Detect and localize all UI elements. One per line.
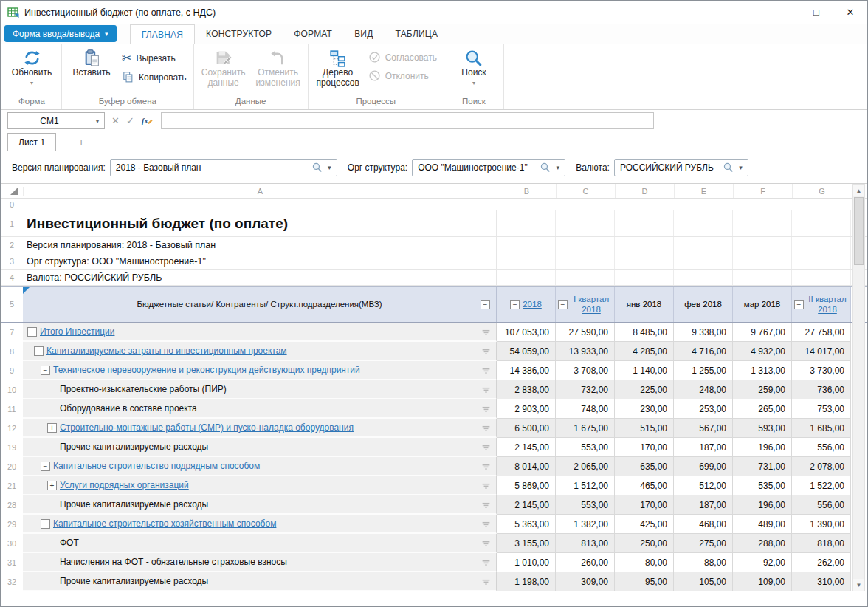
row-label-cell[interactable]: +Услуги подрядных организаций [23,476,497,495]
value-cell[interactable]: 732,00 [556,380,615,399]
value-cell[interactable]: 310,00 [792,572,851,591]
row-number[interactable]: 4 [1,270,23,285]
value-cell[interactable]: 2 838,00 [497,380,556,399]
value-cell[interactable]: 260,00 [556,553,615,572]
value-cell[interactable]: 1 685,00 [792,419,851,438]
value-cell[interactable]: 736,00 [792,380,851,399]
empty-cell[interactable] [497,253,556,269]
column-letter[interactable]: B [497,184,556,198]
vertical-scroll-thumb[interactable] [854,197,864,265]
value-cell[interactable]: 2 145,00 [497,495,556,515]
filter-icon[interactable] [481,501,491,512]
column-letter[interactable]: E [674,184,733,198]
value-cell[interactable]: 489,00 [733,515,792,534]
empty-cell[interactable] [733,210,792,236]
value-cell[interactable]: 8 014,00 [497,457,556,476]
minimize-button[interactable]: — [765,1,799,24]
value-cell[interactable]: 196,00 [733,495,792,515]
filter-icon[interactable] [481,539,491,551]
value-cell[interactable]: 635,00 [615,457,674,476]
value-cell[interactable]: 699,00 [674,457,733,476]
row-number[interactable]: 31 [1,553,23,572]
row-number[interactable]: 19 [1,438,23,457]
org-structure-combo[interactable]: ООО "Машиностроение-1"▾ [412,159,565,176]
value-cell[interactable]: 813,00 [556,534,615,553]
column-letter[interactable]: C [556,184,615,198]
filter-icon[interactable] [481,405,491,416]
value-cell[interactable]: 593,00 [733,419,792,438]
empty-cell[interactable] [733,237,792,253]
filter-icon[interactable] [481,481,491,493]
select-all-corner[interactable] [1,184,23,198]
value-cell[interactable]: 1 512,00 [556,476,615,495]
ribbon-tab[interactable]: КОНСТРУКТОР [195,24,283,44]
sheet-tab-list1[interactable]: Лист 1 [7,133,56,151]
cut-button[interactable]: ✂Вырезать [122,51,187,65]
row-number[interactable]: 32 [1,572,23,591]
row-number[interactable]: 8 [1,342,23,361]
value-cell[interactable]: 6 500,00 [497,419,556,438]
cancel-icon[interactable]: ✕ [111,115,120,126]
table-header-cell[interactable]: Бюджетные статьи/ Контрагенты/ Структ.по… [23,287,497,322]
period-link[interactable]: I квартал 2018 [571,294,612,315]
enter-icon[interactable]: ✓ [126,115,134,126]
empty-cell[interactable] [615,210,674,236]
value-cell[interactable]: 9 767,00 [733,323,792,342]
filter-icon[interactable] [481,424,491,436]
row-label-cell[interactable]: −Капитальное строительство подрядным спо… [23,457,497,476]
column-header-cell[interactable]: янв 2018 [615,287,674,322]
chevron-down-icon[interactable]: ▾ [551,164,565,171]
value-cell[interactable]: 553,00 [556,438,615,457]
refresh-button[interactable]: Обновить▾ [4,44,59,97]
collapse-toggle[interactable]: − [41,366,50,375]
filter-icon[interactable] [481,328,491,340]
value-cell[interactable]: 3 730,00 [792,361,851,380]
copy-button[interactable]: Копировать [122,71,187,83]
row-number[interactable]: 29 [1,515,23,534]
value-cell[interactable]: 4 285,00 [615,342,674,361]
empty-cell[interactable] [674,237,733,253]
period-link[interactable]: II квартал 2018 [807,294,848,315]
value-cell[interactable]: 556,00 [792,438,851,457]
vertical-scrollbar[interactable]: ▲ ▼ [852,184,865,591]
value-cell[interactable]: 5 869,00 [497,476,556,495]
column-letter[interactable]: F [733,184,792,198]
filter-icon[interactable] [481,558,491,570]
row-label-link[interactable]: Строительно-монтажные работы (СМР) и пус… [60,422,354,433]
empty-cell[interactable] [615,253,674,269]
value-cell[interactable]: 1 390,00 [792,515,851,534]
collapse-toggle[interactable]: − [41,462,50,471]
value-cell[interactable]: 95,00 [615,572,674,591]
empty-cell[interactable] [733,270,792,285]
value-cell[interactable]: 253,00 [674,399,733,419]
value-cell[interactable]: 3 155,00 [497,534,556,553]
value-cell[interactable]: 4 716,00 [674,342,733,361]
value-cell[interactable]: 515,00 [615,419,674,438]
value-cell[interactable]: 54 059,00 [497,342,556,361]
value-cell[interactable]: 553,00 [556,495,615,515]
column-letter[interactable]: G [792,184,851,198]
info-cell[interactable]: Валюта: РОССИЙСКИЙ РУБЛЬ [23,270,497,285]
value-cell[interactable]: 1 313,00 [733,361,792,380]
value-cell[interactable]: 80,00 [615,553,674,572]
value-cell[interactable]: 14 386,00 [497,361,556,380]
empty-cell[interactable] [792,210,851,236]
empty-cell[interactable] [615,237,674,253]
value-cell[interactable]: 4 932,00 [733,342,792,361]
form-io-button[interactable]: Форма ввода/вывода ▾ [4,25,117,42]
value-cell[interactable]: 1 198,00 [497,572,556,591]
value-cell[interactable]: 9 338,00 [674,323,733,342]
row-label-cell[interactable]: Начисления на ФОТ - обязательные страхов… [23,553,497,572]
empty-cell[interactable] [674,270,733,285]
row-number[interactable]: 3 [1,253,23,269]
filter-icon[interactable] [481,385,491,397]
process-tree-button[interactable]: Дерево процессов [311,44,365,97]
row-label-cell[interactable]: −Капитализируемые затраты по инвестицион… [23,342,497,361]
filter-icon[interactable] [481,443,491,455]
filter-icon[interactable] [481,520,491,532]
value-cell[interactable]: 27 758,00 [792,323,851,342]
column-header-cell[interactable]: −II квартал 2018 [792,287,851,322]
value-cell[interactable]: 818,00 [792,534,851,553]
value-cell[interactable]: 753,00 [792,399,851,419]
value-cell[interactable]: 468,00 [674,515,733,534]
